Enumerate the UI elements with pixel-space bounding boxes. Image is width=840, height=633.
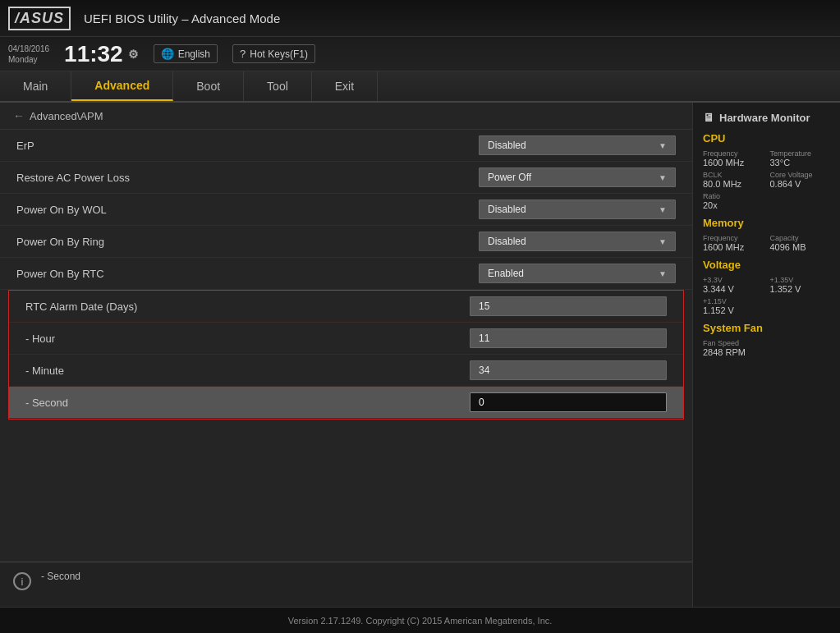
info-icon: i	[13, 572, 31, 590]
rtc-date-label: RTC Alarm Date (Days)	[25, 300, 470, 313]
settings-list: ErP Disabled ▼ Restore AC Power Loss Pow…	[0, 130, 692, 562]
erp-control: Disabled ▼	[479, 135, 676, 155]
rtc-date-row: RTC Alarm Date (Days)	[9, 291, 683, 323]
restore-ac-value: Power Off	[488, 172, 531, 183]
chevron-down-icon: ▼	[659, 237, 667, 246]
nav-bar: Main Advanced Boot Tool Exit	[0, 71, 840, 103]
cpu-frequency-value: 1600 MHz	[703, 158, 764, 167]
rtc-hour-label: - Hour	[25, 333, 470, 345]
back-arrow-icon[interactable]: ←	[13, 109, 25, 122]
restore-ac-label: Restore AC Power Loss	[16, 172, 479, 184]
rtc-second-input[interactable]	[470, 392, 667, 412]
power-ring-row: Power On By Ring Disabled ▼	[0, 226, 692, 258]
power-wol-row: Power On By WOL Disabled ▼	[0, 194, 692, 226]
nav-item-exit[interactable]: Exit	[312, 71, 378, 101]
memory-capacity-label: Capacity	[770, 234, 831, 242]
asus-logo: /ASUS	[8, 7, 71, 30]
cpu-frequency-label: Frequency	[703, 149, 764, 158]
date-block: 04/18/2016 Monday	[8, 44, 49, 65]
nav-item-main[interactable]: Main	[0, 71, 71, 101]
power-wol-value: Disabled	[488, 204, 526, 215]
cpu-temperature-label: Temperature	[770, 149, 831, 158]
rtc-minute-row: - Minute	[9, 355, 683, 387]
erp-dropdown[interactable]: Disabled ▼	[479, 135, 676, 155]
top-bar: /ASUS UEFI BIOS Utility – Advanced Mode	[0, 0, 840, 37]
fan-speed-item: Fan Speed 2848 RPM	[703, 339, 764, 357]
system-fan-stats: Fan Speed 2848 RPM	[703, 339, 830, 357]
power-ring-control: Disabled ▼	[479, 232, 676, 251]
voltage-135-value: 1.352 V	[770, 284, 831, 294]
system-fan-section-title: System Fan	[703, 322, 830, 334]
voltage-135-label: +1.35V	[770, 276, 831, 284]
rtc-minute-control	[470, 360, 667, 380]
rtc-minute-input[interactable]	[470, 360, 667, 380]
memory-capacity-value: 4096 MB	[770, 242, 831, 252]
voltage-115-item: +1.15V 1.152 V	[703, 297, 764, 315]
voltage-33-item: +3.3V 3.344 V	[703, 276, 764, 294]
power-wol-dropdown[interactable]: Disabled ▼	[479, 200, 676, 219]
nav-item-advanced[interactable]: Advanced	[71, 71, 173, 101]
monitor-icon: 🖥	[703, 111, 714, 124]
language-selector[interactable]: 🌐 English	[154, 44, 218, 63]
chevron-down-icon: ▼	[659, 141, 667, 150]
rtc-second-row: - Second	[9, 387, 683, 419]
cpu-bclk-value: 80.0 MHz	[703, 179, 764, 189]
time-value: 11:32	[64, 41, 123, 67]
power-wol-label: Power On By WOL	[16, 204, 479, 216]
cpu-temperature-value: 33°C	[770, 158, 831, 167]
cpu-section-title: CPU	[703, 132, 830, 144]
voltage-stats: +3.3V 3.344 V +1.35V 1.352 V +1.15V 1.15…	[703, 276, 830, 315]
chevron-down-icon: ▼	[659, 205, 667, 214]
cpu-temperature-item: Temperature 33°C	[770, 149, 831, 167]
language-label: English	[178, 48, 210, 60]
power-rtc-dropdown[interactable]: Enabled ▼	[479, 264, 676, 283]
cpu-bclk-item: BCLK 80.0 MHz	[703, 171, 764, 189]
chevron-down-icon: ▼	[659, 269, 667, 278]
main-layout: ← Advanced\APM ErP Disabled ▼ Restore AC…	[0, 103, 840, 607]
power-wol-control: Disabled ▼	[479, 200, 676, 219]
bios-title: UEFI BIOS Utility – Advanced Mode	[84, 11, 280, 25]
voltage-115-value: 1.152 V	[703, 305, 764, 315]
hotkeys-button[interactable]: ? Hot Keys(F1)	[232, 44, 315, 63]
restore-ac-dropdown[interactable]: Power Off ▼	[479, 167, 676, 187]
voltage-33-value: 3.344 V	[703, 284, 764, 294]
content-area: ← Advanced\APM ErP Disabled ▼ Restore AC…	[0, 103, 692, 607]
nav-item-tool[interactable]: Tool	[244, 71, 312, 101]
memory-stats: Frequency 1600 MHz Capacity 4096 MB	[703, 234, 830, 252]
power-rtc-control: Enabled ▼	[479, 264, 676, 283]
erp-label: ErP	[16, 140, 479, 152]
globe-icon: 🌐	[161, 48, 174, 60]
voltage-135-item: +1.35V 1.352 V	[770, 276, 831, 294]
cpu-corevoltage-item: Core Voltage 0.864 V	[770, 171, 831, 189]
memory-frequency-label: Frequency	[703, 234, 764, 242]
nav-item-boot[interactable]: Boot	[173, 71, 244, 101]
power-ring-label: Power On By Ring	[16, 236, 479, 248]
fan-speed-value: 2848 RPM	[703, 347, 764, 357]
cpu-frequency-item: Frequency 1600 MHz	[703, 149, 764, 167]
rtc-minute-label: - Minute	[25, 365, 470, 377]
memory-capacity-item: Capacity 4096 MB	[770, 234, 831, 252]
cpu-corevoltage-label: Core Voltage	[770, 171, 831, 179]
chevron-down-icon: ▼	[659, 173, 667, 182]
power-rtc-label: Power On By RTC	[16, 268, 479, 280]
rtc-second-control	[470, 392, 667, 412]
panel-title: 🖥 Hardware Monitor	[703, 111, 830, 124]
restore-ac-row: Restore AC Power Loss Power Off ▼	[0, 162, 692, 194]
rtc-date-input[interactable]	[470, 296, 667, 316]
footer-text: Version 2.17.1249. Copyright (C) 2015 Am…	[288, 616, 553, 626]
rtc-hour-control	[470, 328, 667, 348]
footer: Version 2.17.1249. Copyright (C) 2015 Am…	[0, 607, 840, 633]
cpu-ratio-label: Ratio	[703, 192, 764, 200]
cpu-bclk-label: BCLK	[703, 171, 764, 179]
cpu-corevoltage-value: 0.864 V	[770, 179, 831, 189]
info-box: i - Second	[0, 562, 692, 607]
memory-frequency-item: Frequency 1600 MHz	[703, 234, 764, 252]
gear-icon[interactable]: ⚙	[128, 48, 139, 61]
rtc-date-control	[470, 296, 667, 316]
power-rtc-value: Enabled	[488, 268, 524, 279]
power-ring-dropdown[interactable]: Disabled ▼	[479, 232, 676, 251]
day-value: Monday	[8, 55, 38, 64]
rtc-hour-input[interactable]	[470, 328, 667, 348]
breadcrumb-path: Advanced\APM	[30, 110, 103, 122]
panel-title-label: Hardware Monitor	[719, 112, 810, 124]
